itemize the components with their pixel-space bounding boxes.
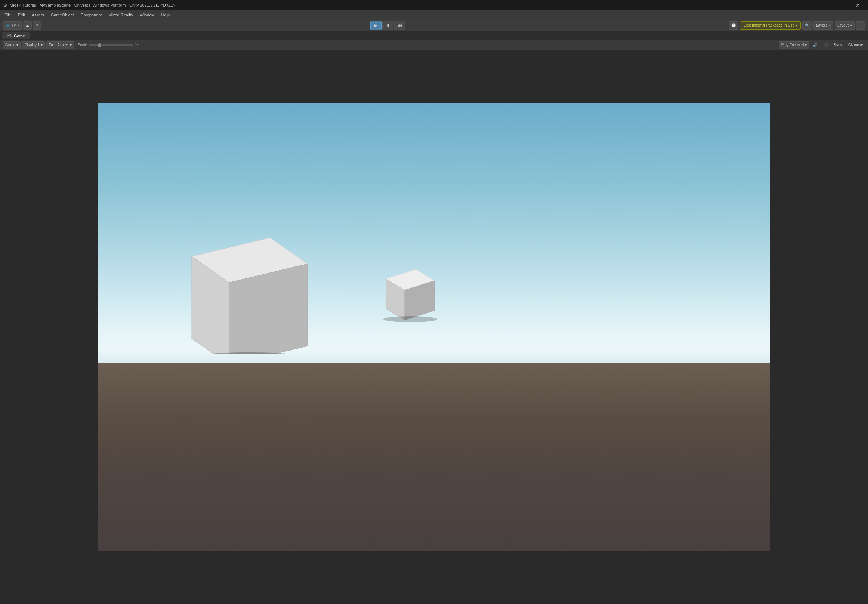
experimental-packages-button[interactable]: Experimental Packages In Use ▾ [740, 21, 801, 30]
menu-edit[interactable]: Edit [15, 12, 28, 18]
layers-dropdown[interactable]: Layers ▾ [814, 21, 833, 30]
game-toolbar: Game ▾ Display 1 ▾ Free Aspect ▾ Scale 1… [0, 40, 868, 50]
aspect-chevron-icon: ▾ [70, 43, 72, 47]
more-icon: ⋮ [859, 23, 862, 27]
stats-label: Stats [834, 43, 842, 47]
main-toolbar: 📺 TV ▾ ☁ ↺ ▶ ⏸ ⏭ 🕐 Experimental Packages… [0, 19, 868, 31]
chevron-down-icon: ▾ [17, 23, 19, 27]
cloud-icon: ☁ [25, 23, 29, 27]
game-tab[interactable]: 🎮 Game [2, 32, 29, 39]
cube-large [166, 227, 315, 354]
menu-gameobject[interactable]: GameObject [48, 12, 77, 18]
title-bar: ⚙ MRTK Tutorial - MySampleScene - Univer… [0, 0, 868, 11]
history-icon: 🕐 [731, 23, 736, 27]
refresh-button[interactable]: ↺ [33, 21, 41, 30]
history-button[interactable]: 🕐 [728, 21, 738, 30]
cube-large-svg [166, 227, 315, 354]
menu-assets[interactable]: Assets [29, 12, 47, 18]
menu-file[interactable]: File [2, 12, 14, 18]
audio-icon: 🔊 [813, 43, 817, 47]
search-icon: 🔍 [805, 23, 809, 27]
unity-icon: ⚙ [3, 3, 8, 8]
cube-small-svg [375, 264, 450, 331]
game-tab-label: Game [14, 34, 25, 38]
menu-window[interactable]: Window [137, 12, 157, 18]
game-label: Game [5, 43, 16, 47]
record-button[interactable]: ⬛ [821, 42, 830, 49]
menu-mixed-reality[interactable]: Mixed Reality [105, 12, 136, 18]
menu-component[interactable]: Component [78, 12, 105, 18]
audio-button[interactable]: 🔊 [811, 42, 820, 49]
game-dropdown[interactable]: Game ▾ [3, 42, 20, 49]
title-bar-controls: — □ ✕ [820, 0, 865, 11]
aspect-label: Free Aspect [48, 43, 68, 47]
scale-slider[interactable] [88, 45, 133, 46]
title-bar-left: ⚙ MRTK Tutorial - MySampleScene - Univer… [3, 3, 176, 8]
panel-tabs: 🎮 Game [0, 31, 868, 40]
game-tab-icon: 🎮 [7, 33, 12, 38]
refresh-icon: ↺ [36, 23, 39, 27]
step-button[interactable]: ⏭ [394, 21, 405, 30]
main-content [0, 50, 868, 604]
layout-chevron-icon: ▾ [850, 23, 852, 27]
close-button[interactable]: ✕ [850, 0, 865, 11]
game-chevron-icon: ▾ [16, 43, 18, 47]
play-focused-chevron-icon: ▾ [805, 43, 807, 47]
window-title: MRTK Tutorial - MySampleScene - Universa… [10, 3, 176, 8]
svg-point-7 [383, 316, 437, 322]
play-icon: ▶ [374, 23, 377, 28]
ground [98, 363, 770, 551]
left-tools: 📺 TV ▾ ☁ ↺ [3, 21, 41, 30]
minimize-button[interactable]: — [820, 0, 835, 11]
display-dropdown[interactable]: Display 1 ▾ [22, 42, 45, 49]
layout-label: Layout [837, 23, 849, 27]
tv-icon: 📺 [6, 23, 10, 27]
play-controls: ▶ ⏸ ⏭ [49, 21, 727, 30]
more-button[interactable]: ⋮ [856, 21, 865, 30]
scale-handle[interactable] [98, 43, 101, 47]
pause-icon: ⏸ [386, 23, 390, 28]
menu-help[interactable]: Help [158, 12, 173, 18]
svg-point-3 [182, 352, 315, 354]
gizmos-chevron-icon: ▾ [861, 43, 863, 47]
play-focused-label: Play Focused [781, 43, 804, 47]
tv-dropdown-button[interactable]: 📺 TV ▾ [3, 21, 22, 30]
gizmos-label: Gizmos [848, 43, 861, 47]
game-toolbar-right: Play Focused ▾ 🔊 ⬛ Stats Gizmos ▾ [779, 42, 865, 49]
record-icon: ⬛ [823, 43, 828, 47]
pause-button[interactable]: ⏸ [382, 21, 394, 30]
experimental-packages-label: Experimental Packages In Use ▾ [743, 23, 797, 27]
play-focused-dropdown[interactable]: Play Focused ▾ [779, 42, 809, 49]
separator-1 [45, 22, 45, 29]
play-button[interactable]: ▶ [370, 21, 381, 30]
menu-bar: File Edit Assets GameObject Component Mi… [0, 11, 868, 19]
scale-value: 1x [135, 43, 139, 47]
search-button[interactable]: 🔍 [802, 21, 812, 30]
layers-label: Layers [816, 23, 827, 27]
cloud-button[interactable]: ☁ [23, 21, 32, 30]
layers-chevron-icon: ▾ [829, 23, 831, 27]
toolbar-right: 🕐 Experimental Packages In Use ▾ 🔍 Layer… [728, 21, 865, 30]
stats-button[interactable]: Stats [831, 42, 845, 49]
step-icon: ⏭ [398, 23, 402, 28]
scale-group: Scale 1x [78, 43, 139, 47]
aspect-dropdown[interactable]: Free Aspect ▾ [46, 42, 74, 49]
layout-dropdown[interactable]: Layout ▾ [835, 21, 854, 30]
gizmos-button[interactable]: Gizmos ▾ [846, 42, 865, 49]
scale-label: Scale [78, 43, 87, 47]
cube-small [375, 264, 434, 316]
maximize-button[interactable]: □ [835, 0, 850, 11]
display-chevron-icon: ▾ [41, 43, 43, 47]
game-viewport [98, 103, 770, 551]
display-label: Display 1 [24, 43, 40, 47]
